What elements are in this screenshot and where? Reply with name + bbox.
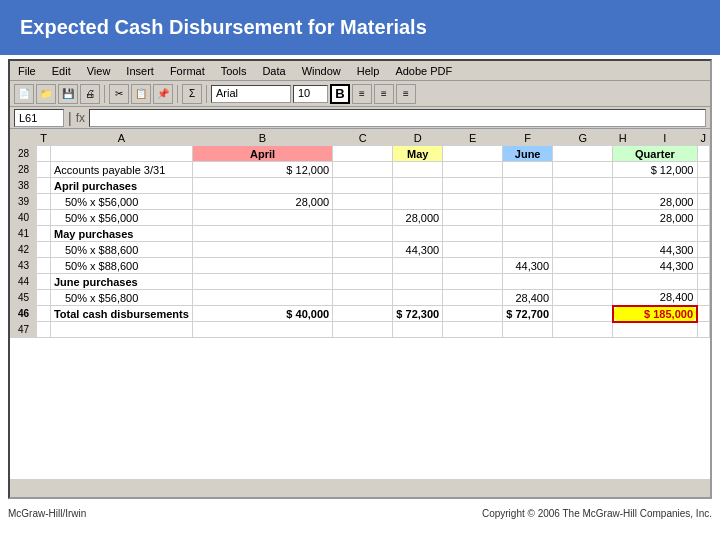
page-title: Expected Cash Disbursement for Materials [20, 16, 427, 39]
val-ap31-quarter: $ 12,000 [613, 162, 697, 178]
formula-input[interactable] [89, 109, 706, 127]
total-row: 46 Total cash disbursements $ 40,000 $ 7… [11, 306, 710, 322]
menu-insert[interactable]: Insert [122, 65, 158, 77]
sigma-button[interactable]: Σ [182, 84, 202, 104]
footer: McGraw-Hill/Irwin Copyright © 2006 The M… [0, 503, 720, 523]
menu-view[interactable]: View [83, 65, 115, 77]
label-50pct-88k-2: 50% x $88,600 [50, 258, 192, 274]
footer-right: Copyright © 2006 The McGraw-Hill Compani… [482, 508, 712, 519]
table-row: 47 [11, 322, 710, 338]
menu-adobe[interactable]: Adobe PDF [391, 65, 456, 77]
quarter-header: Quarter [613, 146, 697, 162]
table-row: 41 May purchases [11, 226, 710, 242]
col-header-i: I [632, 130, 697, 146]
align-left-button[interactable]: ≡ [352, 84, 372, 104]
col-header-j: J [697, 130, 710, 146]
footer-left: McGraw-Hill/Irwin [8, 508, 86, 519]
total-may: $ 72,300 [393, 306, 443, 322]
align-center-button[interactable]: ≡ [374, 84, 394, 104]
col-header-t: T [37, 130, 51, 146]
table-row: 28 April May June Quarter [11, 146, 710, 162]
paste-button[interactable]: 📌 [153, 84, 173, 104]
title-bar: Expected Cash Disbursement for Materials [0, 0, 720, 55]
table-row: 44 June purchases [11, 274, 710, 290]
table-row: 40 50% x $56,000 28,000 28,000 [11, 210, 710, 226]
menu-format[interactable]: Format [166, 65, 209, 77]
june-header: June [503, 146, 553, 162]
row-num-37: 28 [11, 162, 37, 178]
label-june-purch: June purchases [50, 274, 192, 290]
val-ap31-april: $ 12,000 [192, 162, 332, 178]
formula-bar: L61 | fx [10, 107, 710, 129]
new-button[interactable]: 📄 [14, 84, 34, 104]
col-header-a: A [50, 130, 192, 146]
label-total: Total cash disbursements [50, 306, 192, 322]
label-50pct-88k-1: 50% x $88,600 [50, 242, 192, 258]
label-ap31: Accounts payable 3/31 [50, 162, 192, 178]
align-right-button[interactable]: ≡ [396, 84, 416, 104]
table-row: 28 Accounts payable 3/31 $ 12,000 $ 12,0… [11, 162, 710, 178]
val-50pct-56k-1-april: 28,000 [192, 194, 332, 210]
toolbar-sep2 [177, 85, 178, 103]
menu-window[interactable]: Window [298, 65, 345, 77]
total-june: $ 72,700 [503, 306, 553, 322]
print-button[interactable]: 🖨 [80, 84, 100, 104]
col-header-c: C [333, 130, 393, 146]
toolbar: 📄 📁 💾 🖨 ✂ 📋 📌 Σ Arial 10 B ≡ ≡ ≡ [10, 81, 710, 107]
col-header-d: D [393, 130, 443, 146]
open-button[interactable]: 📁 [36, 84, 56, 104]
label-april-purch: April purchases [50, 178, 192, 194]
col-header-f: F [503, 130, 553, 146]
font-selector[interactable]: Arial [211, 85, 291, 103]
copy-button[interactable]: 📋 [131, 84, 151, 104]
total-april: $ 40,000 [192, 306, 332, 322]
menu-file[interactable]: File [14, 65, 40, 77]
april-header: April [192, 146, 332, 162]
bold-button[interactable]: B [330, 84, 350, 104]
font-size-selector[interactable]: 10 [293, 85, 328, 103]
col-header-g: G [553, 130, 613, 146]
cell-reference[interactable]: L61 [14, 109, 64, 127]
may-header: May [393, 146, 443, 162]
table-row: 39 50% x $56,000 28,000 28,000 [11, 194, 710, 210]
excel-container: File Edit View Insert Format Tools Data … [8, 59, 712, 499]
toolbar-sep3 [206, 85, 207, 103]
spreadsheet-area: T A B C D E F G H I J 28 [10, 129, 710, 479]
table-row: 42 50% x $88,600 44,300 44,300 [11, 242, 710, 258]
table-row: 38 April purchases [11, 178, 710, 194]
menu-edit[interactable]: Edit [48, 65, 75, 77]
table-row: 43 50% x $88,600 44,300 44,300 [11, 258, 710, 274]
label-50pct-56k-1: 50% x $56,000 [50, 194, 192, 210]
spreadsheet-table: T A B C D E F G H I J 28 [10, 129, 710, 338]
table-row: 45 50% x $56,800 28,400 28,400 [11, 290, 710, 306]
menu-tools[interactable]: Tools [217, 65, 251, 77]
menu-data[interactable]: Data [258, 65, 289, 77]
save-button[interactable]: 💾 [58, 84, 78, 104]
col-header-b: B [192, 130, 332, 146]
formula-fx: fx [76, 111, 85, 125]
label-50pct-56800: 50% x $56,800 [50, 290, 192, 306]
label-may-purch: May purchases [50, 226, 192, 242]
toolbar-sep1 [104, 85, 105, 103]
corner-cell [11, 130, 37, 146]
formula-separator: | [68, 110, 72, 126]
total-quarter: $ 185,000 [613, 306, 697, 322]
cut-button[interactable]: ✂ [109, 84, 129, 104]
menu-help[interactable]: Help [353, 65, 384, 77]
col-header-e: E [443, 130, 503, 146]
row-num-28: 28 [11, 146, 37, 162]
col-header-h: H [613, 130, 633, 146]
label-50pct-56k-2: 50% x $56,000 [50, 210, 192, 226]
menu-bar: File Edit View Insert Format Tools Data … [10, 61, 710, 81]
